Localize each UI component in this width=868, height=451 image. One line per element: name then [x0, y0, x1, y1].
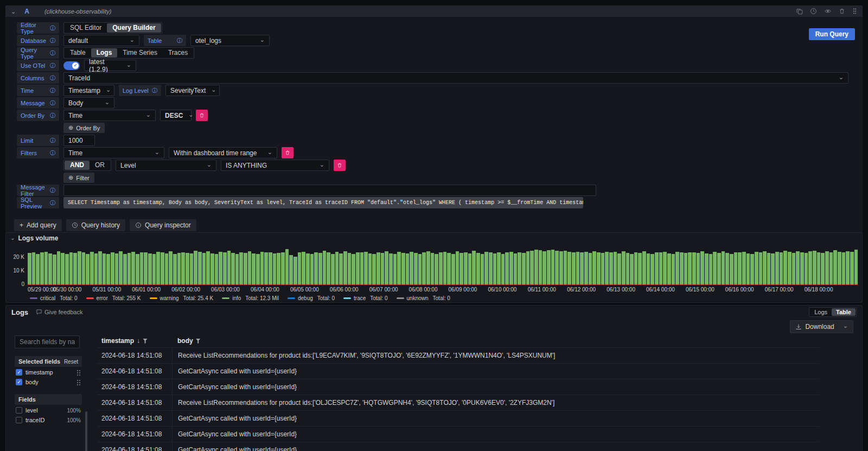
query-type-label: Query Typeⓘ [17, 47, 59, 59]
info-icon[interactable]: ⓘ [50, 112, 55, 119]
timestamp-column-header[interactable]: timestamp ↓ [97, 337, 172, 345]
info-icon[interactable]: ⓘ [50, 62, 55, 69]
filter-funnel-icon[interactable] [196, 339, 201, 344]
option-query-builder[interactable]: Query Builder [107, 23, 161, 33]
log-table-row[interactable]: 2024-06-18 14:51:08Receive ListRecommend… [97, 347, 820, 363]
order-by-field-select[interactable]: Time⌄ [63, 110, 156, 121]
info-icon[interactable]: ⓘ [50, 37, 55, 45]
remove-order-by-button[interactable] [196, 110, 208, 121]
order-by-direction-select[interactable]: DESC⌄ [160, 110, 192, 121]
give-feedback-link[interactable]: Give feedback [36, 309, 82, 315]
collapse-chevron-icon[interactable]: ⌄ [11, 9, 16, 14]
option-table[interactable]: Table [65, 48, 91, 58]
option-table[interactable]: Table [832, 308, 856, 316]
volume-bar [281, 252, 285, 285]
chevron-down-icon: ⌄ [260, 37, 265, 42]
option-and[interactable]: AND [65, 161, 90, 170]
remove-filter-button[interactable] [282, 147, 293, 158]
field-checkbox[interactable]: ✓ [16, 369, 22, 376]
filter-field2-select[interactable]: Level⌄ [116, 160, 216, 171]
field-checkbox[interactable] [16, 417, 22, 423]
info-icon[interactable]: ⓘ [50, 199, 55, 207]
time-column-select[interactable]: Timestamp⌄ [63, 85, 114, 96]
option-logs[interactable]: Logs [810, 308, 832, 316]
legend-item-warning[interactable]: warningTotal: 25.4 K [150, 295, 214, 301]
add-query-button[interactable]: +Add query [14, 219, 62, 231]
query-inspector-button[interactable]: Query inspector [130, 219, 196, 231]
collapse-chevron-icon[interactable]: ⌄ [10, 236, 15, 240]
option-time-series[interactable]: Time Series [117, 48, 163, 58]
limit-input[interactable] [63, 135, 95, 146]
legend-item-trace[interactable]: traceTotal: 0 [343, 295, 387, 301]
query-row-header[interactable]: ⌄ A (clickhouse-observability) [5, 5, 863, 17]
add-order-by-row: ⊕Order By [63, 122, 855, 134]
use-otel-toggle[interactable]: ✓ [63, 61, 80, 70]
logs-volume-plot[interactable] [28, 246, 858, 285]
legend-item-info[interactable]: infoTotal: 12.3 Mil [222, 295, 279, 301]
columns-multiselect[interactable]: TraceId⌄ [63, 72, 848, 84]
option-sql-editor[interactable]: SQL Editor [65, 23, 107, 33]
reset-button[interactable]: Reset [64, 359, 78, 365]
filter-operator-select[interactable]: IS ANYTHING⌄ [221, 160, 329, 171]
log-timestamp-cell: 2024-06-18 14:51:08 [97, 367, 172, 375]
message-filter-input[interactable] [63, 185, 596, 196]
info-icon[interactable]: ⓘ [50, 74, 55, 82]
sort-desc-icon[interactable]: ↓ [137, 337, 140, 345]
delete-query-icon[interactable] [839, 8, 845, 15]
search-fields-input[interactable] [15, 335, 80, 348]
log-table-row[interactable]: 2024-06-18 14:51:08GetCartAsync called w… [97, 379, 820, 395]
sidebar-scrollbar[interactable] [85, 411, 87, 451]
field-checkbox[interactable] [16, 407, 22, 414]
option-traces[interactable]: Traces [163, 48, 193, 58]
info-icon[interactable]: ⓘ [50, 149, 55, 157]
legend-item-debug[interactable]: debugTotal: 0 [288, 295, 335, 301]
info-icon[interactable]: ⓘ [50, 187, 55, 194]
filter-funnel-icon[interactable] [143, 339, 148, 344]
drag-handle-icon[interactable] [76, 379, 81, 385]
volume-bar [210, 253, 214, 285]
info-icon[interactable]: ⓘ [50, 87, 55, 94]
info-icon[interactable]: ⓘ [50, 49, 55, 57]
hide-response-eye-icon[interactable] [824, 8, 832, 15]
log-table-row[interactable]: 2024-06-18 14:51:08GetCartAsync called w… [97, 442, 820, 451]
duplicate-query-icon[interactable] [796, 8, 803, 15]
drag-handle-icon[interactable] [76, 370, 81, 376]
add-filter-button[interactable]: ⊕Filter [63, 173, 94, 183]
field-checkbox[interactable]: ✓ [16, 379, 22, 385]
filter-condition-select[interactable]: Within dashboard time range⌄ [169, 147, 277, 158]
volume-bar [397, 252, 401, 285]
volume-bar [443, 252, 447, 285]
volume-bar [48, 253, 52, 285]
drag-handle-icon[interactable] [852, 8, 857, 15]
body-column-header[interactable]: body [172, 337, 820, 345]
logs-volume-header[interactable]: ⌄ Logs volume [6, 233, 862, 244]
log-table-row[interactable]: 2024-06-18 14:51:08Receive ListRecommend… [97, 395, 820, 410]
log-table-row[interactable]: 2024-06-18 14:51:08GetCartAsync called w… [97, 426, 820, 442]
message-column-select[interactable]: Body⌄ [63, 97, 114, 109]
run-query-button[interactable]: Run Query [809, 28, 855, 40]
info-icon[interactable]: ⓘ [152, 87, 157, 94]
otel-version-select[interactable]: latest (1.2.9)⌄ [84, 60, 136, 71]
table-select[interactable]: otel_logs⌄ [190, 35, 270, 46]
add-order-by-button[interactable]: ⊕Order By [63, 123, 105, 133]
legend-item-error[interactable]: errorTotal: 255 K [86, 295, 141, 301]
info-icon[interactable]: ⓘ [177, 37, 182, 45]
database-select[interactable]: default⌄ [63, 35, 139, 46]
log-table-row[interactable]: 2024-06-18 14:51:08GetCartAsync called w… [97, 410, 820, 426]
legend-item-unknown[interactable]: unknownTotal: 0 [397, 295, 450, 301]
filter-field-select[interactable]: Time⌄ [63, 147, 164, 158]
query-history-icon[interactable] [810, 8, 817, 15]
volume-bar [742, 252, 746, 285]
download-button[interactable]: Download ⌄ [790, 320, 853, 333]
log-table-row[interactable]: 2024-06-18 14:51:08GetCartAsync called w… [97, 363, 820, 379]
option-or[interactable]: OR [90, 161, 110, 170]
option-logs[interactable]: Logs [91, 48, 118, 58]
legend-item-critical[interactable]: criticalTotal: 0 [30, 295, 78, 301]
info-icon[interactable]: ⓘ [50, 137, 55, 144]
log-level-select[interactable]: SeverityText⌄ [165, 85, 220, 96]
x-tick: 06/04 00:00 [251, 287, 279, 293]
remove-filter-condition-button[interactable] [334, 160, 346, 171]
info-icon[interactable]: ⓘ [50, 99, 55, 107]
query-history-button[interactable]: Query history [66, 219, 125, 231]
info-icon[interactable]: ⓘ [50, 24, 55, 32]
